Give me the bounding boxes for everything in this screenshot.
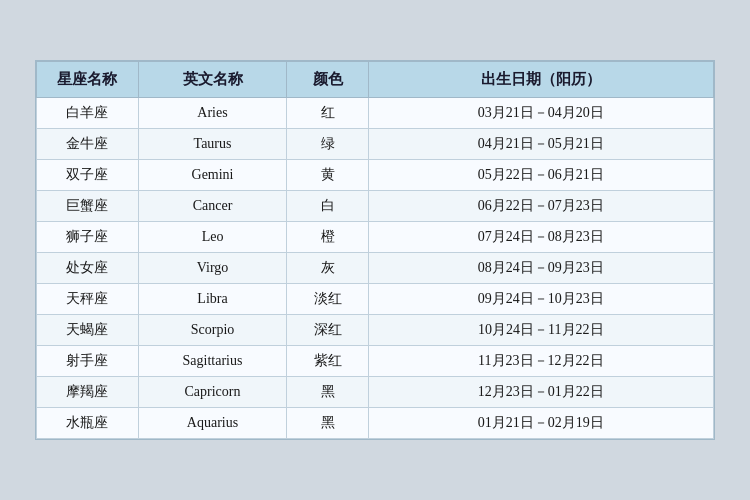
cell-10-3: 01月21日－02月19日 <box>368 408 713 439</box>
cell-3-1: Cancer <box>138 191 287 222</box>
cell-4-0: 狮子座 <box>37 222 139 253</box>
header-zh: 星座名称 <box>37 62 139 98</box>
cell-2-0: 双子座 <box>37 160 139 191</box>
cell-8-0: 射手座 <box>37 346 139 377</box>
table-row: 处女座Virgo灰08月24日－09月23日 <box>37 253 714 284</box>
cell-0-1: Aries <box>138 98 287 129</box>
cell-4-3: 07月24日－08月23日 <box>368 222 713 253</box>
cell-9-2: 黑 <box>287 377 368 408</box>
table-row: 白羊座Aries红03月21日－04月20日 <box>37 98 714 129</box>
zodiac-table-container: 星座名称 英文名称 颜色 出生日期（阳历） 白羊座Aries红03月21日－04… <box>35 60 715 440</box>
cell-2-2: 黄 <box>287 160 368 191</box>
table-row: 巨蟹座Cancer白06月22日－07月23日 <box>37 191 714 222</box>
cell-5-1: Virgo <box>138 253 287 284</box>
cell-6-2: 淡红 <box>287 284 368 315</box>
cell-5-2: 灰 <box>287 253 368 284</box>
cell-6-1: Libra <box>138 284 287 315</box>
table-row: 狮子座Leo橙07月24日－08月23日 <box>37 222 714 253</box>
header-date: 出生日期（阳历） <box>368 62 713 98</box>
cell-7-0: 天蝎座 <box>37 315 139 346</box>
cell-9-1: Capricorn <box>138 377 287 408</box>
table-row: 金牛座Taurus绿04月21日－05月21日 <box>37 129 714 160</box>
cell-2-3: 05月22日－06月21日 <box>368 160 713 191</box>
cell-1-1: Taurus <box>138 129 287 160</box>
cell-3-3: 06月22日－07月23日 <box>368 191 713 222</box>
cell-2-1: Gemini <box>138 160 287 191</box>
table-row: 射手座Sagittarius紫红11月23日－12月22日 <box>37 346 714 377</box>
table-row: 双子座Gemini黄05月22日－06月21日 <box>37 160 714 191</box>
table-row: 水瓶座Aquarius黑01月21日－02月19日 <box>37 408 714 439</box>
header-en: 英文名称 <box>138 62 287 98</box>
cell-8-1: Sagittarius <box>138 346 287 377</box>
table-header-row: 星座名称 英文名称 颜色 出生日期（阳历） <box>37 62 714 98</box>
cell-7-2: 深红 <box>287 315 368 346</box>
cell-9-0: 摩羯座 <box>37 377 139 408</box>
cell-0-2: 红 <box>287 98 368 129</box>
cell-8-3: 11月23日－12月22日 <box>368 346 713 377</box>
cell-6-0: 天秤座 <box>37 284 139 315</box>
zodiac-table: 星座名称 英文名称 颜色 出生日期（阳历） 白羊座Aries红03月21日－04… <box>36 61 714 439</box>
cell-4-1: Leo <box>138 222 287 253</box>
cell-7-3: 10月24日－11月22日 <box>368 315 713 346</box>
cell-7-1: Scorpio <box>138 315 287 346</box>
cell-0-0: 白羊座 <box>37 98 139 129</box>
table-row: 摩羯座Capricorn黑12月23日－01月22日 <box>37 377 714 408</box>
table-row: 天蝎座Scorpio深红10月24日－11月22日 <box>37 315 714 346</box>
cell-3-2: 白 <box>287 191 368 222</box>
cell-8-2: 紫红 <box>287 346 368 377</box>
cell-5-0: 处女座 <box>37 253 139 284</box>
cell-1-0: 金牛座 <box>37 129 139 160</box>
table-body: 白羊座Aries红03月21日－04月20日金牛座Taurus绿04月21日－0… <box>37 98 714 439</box>
cell-1-3: 04月21日－05月21日 <box>368 129 713 160</box>
table-row: 天秤座Libra淡红09月24日－10月23日 <box>37 284 714 315</box>
cell-1-2: 绿 <box>287 129 368 160</box>
cell-6-3: 09月24日－10月23日 <box>368 284 713 315</box>
cell-4-2: 橙 <box>287 222 368 253</box>
cell-5-3: 08月24日－09月23日 <box>368 253 713 284</box>
cell-10-1: Aquarius <box>138 408 287 439</box>
cell-0-3: 03月21日－04月20日 <box>368 98 713 129</box>
cell-3-0: 巨蟹座 <box>37 191 139 222</box>
cell-10-2: 黑 <box>287 408 368 439</box>
cell-10-0: 水瓶座 <box>37 408 139 439</box>
header-color: 颜色 <box>287 62 368 98</box>
cell-9-3: 12月23日－01月22日 <box>368 377 713 408</box>
